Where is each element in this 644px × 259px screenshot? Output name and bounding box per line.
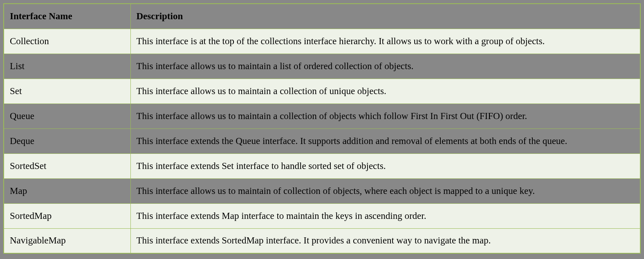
cell-description: This interface allows us to maintain of … xyxy=(130,178,640,203)
interfaces-table: Interface Name Description CollectionThi… xyxy=(3,3,641,254)
header-interface-name: Interface Name xyxy=(4,4,130,29)
cell-description: This interface allows us to maintain a c… xyxy=(130,104,640,128)
cell-description: This interface allows us to maintain a l… xyxy=(130,54,640,79)
cell-description: This interface extends Set interface to … xyxy=(130,153,640,178)
cell-interface-name: Set xyxy=(4,79,130,104)
cell-description: This interface extends Map interface to … xyxy=(130,203,640,228)
cell-interface-name: Deque xyxy=(4,128,130,153)
table-row: SortedSetThis interface extends Set inte… xyxy=(4,153,640,178)
cell-interface-name: NavigableMap xyxy=(4,228,130,253)
table-row: SetThis interface allows us to maintain … xyxy=(4,79,640,104)
cell-interface-name: SortedMap xyxy=(4,203,130,228)
cell-description: This interface is at the top of the coll… xyxy=(130,29,640,54)
table-header-row: Interface Name Description xyxy=(4,4,640,29)
table-body: CollectionThis interface is at the top o… xyxy=(4,29,640,253)
cell-interface-name: Map xyxy=(4,178,130,203)
cell-description: This interface allows us to maintain a c… xyxy=(130,79,640,104)
table-row: NavigableMapThis interface extends Sorte… xyxy=(4,228,640,253)
table-row: ListThis interface allows us to maintain… xyxy=(4,54,640,79)
cell-description: This interface extends the Queue interfa… xyxy=(130,128,640,153)
cell-interface-name: Queue xyxy=(4,104,130,128)
cell-description: This interface extends SortedMap interfa… xyxy=(130,228,640,253)
header-description: Description xyxy=(130,4,640,29)
table-row: SortedMapThis interface extends Map inte… xyxy=(4,203,640,228)
table-row: MapThis interface allows us to maintain … xyxy=(4,178,640,203)
cell-interface-name: Collection xyxy=(4,29,130,54)
cell-interface-name: SortedSet xyxy=(4,153,130,178)
table-row: DequeThis interface extends the Queue in… xyxy=(4,128,640,153)
table-row: QueueThis interface allows us to maintai… xyxy=(4,104,640,128)
table-row: CollectionThis interface is at the top o… xyxy=(4,29,640,54)
cell-interface-name: List xyxy=(4,54,130,79)
